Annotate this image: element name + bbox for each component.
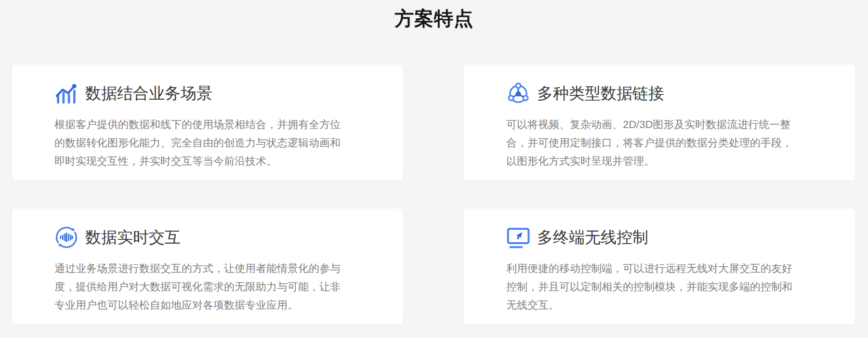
feature-card-realtime-interaction: 数据实时交互 通过业务场景进行数据交互的方式，让使用者能情景化的参与 度，提供给… (12, 208, 403, 325)
card-title: 多种类型数据链接 (537, 84, 664, 103)
bar-chart-icon (54, 81, 79, 105)
realtime-interaction-icon (54, 225, 79, 249)
card-title: 数据结合业务场景 (85, 84, 212, 103)
card-title: 多终端无线控制 (537, 228, 648, 247)
feature-card-data-business: 数据结合业务场景 根据客户提供的数据和线下的使用场景相结合，并拥有全方位 的数据… (12, 65, 403, 181)
card-header: 数据结合业务场景 (54, 81, 384, 106)
card-header: 多种类型数据链接 (506, 81, 836, 106)
page-title: 方案特点 (0, 0, 868, 30)
feature-card-data-link: 多种类型数据链接 可以将视频、复杂动画、2D/3D图形及实时数据流进行统一整 合… (464, 65, 855, 181)
card-header: 多终端无线控制 (506, 225, 836, 250)
card-body: 可以将视频、复杂动画、2D/3D图形及实时数据流进行统一整 合，并可使用定制接口… (506, 116, 836, 170)
feature-grid: 数据结合业务场景 根据客户提供的数据和线下的使用场景相结合，并拥有全方位 的数据… (12, 65, 855, 325)
feature-card-multi-terminal: 多终端无线控制 利用便捷的移动控制端，可以进行远程无线对大屏交互的友好 控制，并… (464, 208, 855, 325)
card-body: 利用便捷的移动控制端，可以进行远程无线对大屏交互的友好 控制，并且可以定制相关的… (506, 260, 836, 314)
card-body: 根据客户提供的数据和线下的使用场景相结合，并拥有全方位 的数据转化图形化能力、完… (54, 116, 384, 170)
card-header: 数据实时交互 (54, 225, 384, 250)
card-title: 数据实时交互 (85, 228, 181, 247)
multi-terminal-icon (506, 225, 530, 249)
card-body: 通过业务场景进行数据交互的方式，让使用者能情景化的参与 度，提供给用户对大数据可… (54, 260, 384, 314)
data-link-icon (506, 81, 530, 105)
